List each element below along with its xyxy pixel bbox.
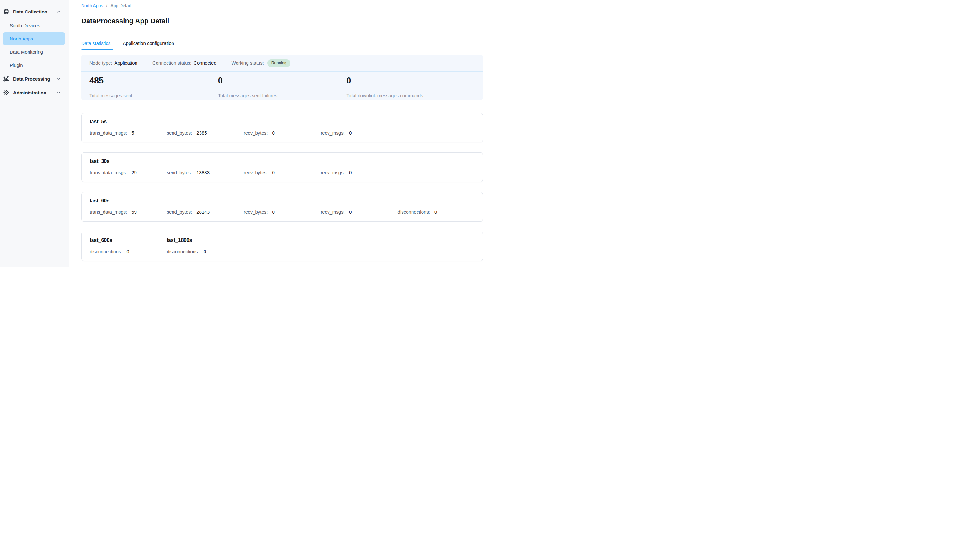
stat-card-last-600s-1800s: last_600s last_1800s disconnections: 0 d… (81, 231, 483, 261)
metric-label: send_bytes: (167, 170, 192, 175)
card-title-row: last_600s last_1800s (90, 237, 475, 243)
metric-value: 2385 (196, 130, 207, 136)
card-title-row: last_60s (90, 198, 475, 204)
metric-label: disconnections: (398, 209, 430, 215)
card-metrics-row: trans_data_msgs: 5 send_bytes: 2385 recv… (90, 130, 475, 136)
metric-value: 0 (272, 209, 275, 215)
sidebar-item-label: Plugin (10, 62, 23, 68)
metric-label: recv_bytes: (244, 170, 268, 175)
metric-value: 0 (126, 249, 129, 255)
working-status-field: Working status: Running (232, 59, 291, 67)
chevron-down-icon (56, 90, 61, 95)
sidebar-group-data-collection[interactable]: Data Collection (0, 5, 69, 19)
metric: recv_msgs: 0 (321, 130, 398, 136)
sidebar: Data Collection South Devices North Apps… (0, 0, 69, 267)
metric: recv_bytes: 0 (244, 130, 321, 136)
sidebar-item-plugin[interactable]: Plugin (3, 59, 65, 71)
status-summary-panel: Node type: Application Connection status… (81, 54, 483, 100)
metric: disconnections: 0 (398, 209, 475, 215)
metric-value: 0 (434, 209, 437, 215)
stat-card-last-30s: last_30s trans_data_msgs: 29 send_bytes:… (81, 153, 483, 182)
metric: recv_bytes: 0 (244, 170, 321, 175)
database-icon (3, 8, 10, 15)
metric-label: recv_msgs: (321, 130, 345, 136)
summary-stats: 485 Total messages sent 0 Total messages… (81, 72, 483, 100)
tab-bar: Data statistics Application configuratio… (81, 40, 483, 50)
metric-label: recv_bytes: (244, 209, 268, 215)
breadcrumb-link-north-apps[interactable]: North Apps (81, 3, 103, 8)
metric: recv_msgs: 0 (321, 170, 398, 175)
card-title: last_60s (90, 198, 167, 204)
node-type-field: Node type: Application (89, 60, 137, 65)
metric: disconnections: 0 (90, 249, 167, 255)
breadcrumb: North Apps / App Detail (81, 3, 483, 8)
sidebar-group-label: Administration (13, 90, 46, 96)
metric: trans_data_msgs: 5 (90, 130, 167, 136)
metric-value: 13833 (196, 170, 210, 175)
connection-status-label: Connection status: (153, 60, 191, 65)
metric-value: 0 (349, 170, 352, 175)
metric-value: 0 (349, 130, 352, 136)
metric: send_bytes: 28143 (167, 209, 243, 215)
metric-value: 0 (272, 130, 275, 136)
sidebar-group-administration[interactable]: Administration (0, 86, 69, 99)
sidebar-item-data-monitoring[interactable]: Data Monitoring (3, 46, 65, 58)
metric-value: 0 (204, 249, 206, 255)
metric: recv_bytes: 0 (244, 209, 321, 215)
card-title: last_600s (90, 237, 167, 243)
metric: send_bytes: 13833 (167, 170, 243, 175)
stat-total-messages-sent: 485 Total messages sent (89, 76, 218, 98)
metric-label: recv_msgs: (321, 209, 345, 215)
status-badge: Running (267, 59, 291, 67)
metric-label: send_bytes: (167, 209, 192, 215)
node-type-value: Application (115, 60, 137, 65)
metric-label: trans_data_msgs: (90, 170, 127, 175)
node-type-label: Node type: (89, 60, 112, 65)
app-root: Data Collection South Devices North Apps… (0, 0, 490, 267)
breadcrumb-separator: / (106, 3, 107, 8)
working-status-label: Working status: (232, 60, 264, 65)
sidebar-item-south-devices[interactable]: South Devices (3, 19, 65, 32)
metric-label: disconnections: (167, 249, 199, 255)
connection-status-value: Connected (194, 60, 216, 65)
chevron-down-icon (56, 77, 61, 81)
metric-value: 28143 (196, 209, 210, 215)
metric-value: 5 (132, 130, 134, 136)
sidebar-item-label: South Devices (10, 23, 40, 28)
status-bar: Node type: Application Connection status… (81, 54, 483, 72)
page-title: DataProcessing App Detail (81, 17, 483, 25)
main-content: North Apps / App Detail DataProcessing A… (69, 0, 490, 267)
stat-card-last-60s: last_60s trans_data_msgs: 59 send_bytes:… (81, 192, 483, 222)
metric: recv_msgs: 0 (321, 209, 398, 215)
tab-data-statistics[interactable]: Data statistics (81, 40, 110, 50)
sidebar-group-data-processing[interactable]: Data Processing (0, 72, 69, 86)
sidebar-group-label: Data Collection (13, 9, 48, 14)
stat-value: 0 (346, 76, 475, 85)
metric-label: trans_data_msgs: (90, 209, 127, 215)
sidebar-item-label: North Apps (10, 36, 33, 41)
metric-label: recv_msgs: (321, 170, 345, 175)
stat-label: Total downlink messages commands (346, 93, 475, 98)
card-title-row: last_30s (90, 158, 475, 164)
stat-card-last-5s: last_5s trans_data_msgs: 5 send_bytes: 2… (81, 113, 483, 142)
tab-application-configuration[interactable]: Application configuration (123, 40, 174, 50)
card-title-row: last_5s (90, 119, 475, 124)
card-title: last_5s (90, 119, 167, 124)
metric: trans_data_msgs: 29 (90, 170, 167, 175)
card-metrics-row: trans_data_msgs: 29 send_bytes: 13833 re… (90, 170, 475, 175)
gear-icon (3, 89, 10, 96)
metric-value: 29 (132, 170, 137, 175)
sidebar-item-north-apps[interactable]: North Apps (3, 32, 65, 45)
metric-value: 59 (132, 209, 137, 215)
metric: send_bytes: 2385 (167, 130, 243, 136)
chevron-up-icon (56, 10, 61, 14)
sidebar-group-label: Data Processing (13, 76, 50, 81)
stat-total-messages-sent-failures: 0 Total messages sent failures (218, 76, 347, 98)
metric: disconnections: 0 (167, 249, 243, 255)
metric: trans_data_msgs: 59 (90, 209, 167, 215)
metric-label: trans_data_msgs: (90, 130, 127, 136)
stat-value: 485 (89, 76, 218, 85)
metric-label: disconnections: (90, 249, 122, 255)
network-icon (3, 76, 10, 82)
metric-label: send_bytes: (167, 130, 192, 136)
